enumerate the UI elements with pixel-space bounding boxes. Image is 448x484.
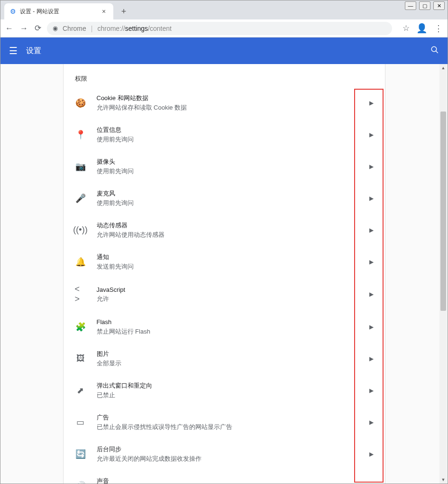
window-minimize[interactable]: — xyxy=(405,1,416,10)
chevron-right-icon: ▶ xyxy=(369,451,374,457)
row-title: 图片 xyxy=(97,349,359,359)
row-camera-icon: 📷 xyxy=(75,161,86,172)
row-subtitle: 使用前先询问 xyxy=(97,135,359,144)
browser-toolbar: ← → ⟳ ◉ Chrome | chrome://settings/conte… xyxy=(0,19,448,37)
chevron-right-icon: ▶ xyxy=(369,259,374,265)
svg-point-0 xyxy=(431,47,437,52)
row-subtitle: 使用前先询问 xyxy=(97,198,359,208)
gear-icon: ⚙ xyxy=(10,8,16,15)
row-background-sync[interactable]: 🔄后台同步允许最近关闭的网站完成数据收发操作▶ xyxy=(64,438,385,470)
row-cookies[interactable]: 🍪Cookie 和网站数据允许网站保存和读取 Cookie 数据▶ xyxy=(64,87,385,119)
chevron-right-icon: ▶ xyxy=(369,483,374,484)
row-sensors-icon: ((•)) xyxy=(75,225,86,235)
row-title: 通知 xyxy=(97,252,359,262)
row-subtitle: 允许网站保存和读取 Cookie 数据 xyxy=(97,103,359,112)
row-notifications[interactable]: 🔔通知发送前先询问▶ xyxy=(64,246,385,278)
kebab-menu-icon[interactable]: ⋮ xyxy=(434,23,443,34)
chrome-icon: ◉ xyxy=(53,25,58,32)
window-close[interactable]: ✕ xyxy=(433,1,445,10)
row-title: 声音 xyxy=(97,476,359,484)
row-sound[interactable]: 🔊声音允许网站播放声音▶ xyxy=(64,470,385,484)
row-title: 麦克风 xyxy=(97,189,359,198)
row-flash[interactable]: 🧩Flash禁止网站运行 Flash▶ xyxy=(64,311,385,343)
row-subtitle: 允许 xyxy=(97,294,359,304)
row-subtitle: 已禁止 xyxy=(97,391,359,400)
omnibox[interactable]: ◉ Chrome | chrome://settings/content xyxy=(47,22,392,35)
row-sound-icon: 🔊 xyxy=(75,481,86,484)
row-popups[interactable]: ⬈弹出式窗口和重定向已禁止▶ xyxy=(64,374,385,406)
row-title: 位置信息 xyxy=(97,125,359,135)
scroll-down-icon[interactable]: ▼ xyxy=(439,476,447,484)
hamburger-icon[interactable]: ☰ xyxy=(9,45,18,56)
settings-panel: 权限 🍪Cookie 和网站数据允许网站保存和读取 Cookie 数据▶📍位置信… xyxy=(63,64,385,484)
row-subtitle: 已禁止会展示侵扰性或误导性广告的网站显示广告 xyxy=(97,422,359,432)
close-icon[interactable]: × xyxy=(100,8,108,15)
chevron-right-icon: ▶ xyxy=(369,355,374,362)
row-title: 广告 xyxy=(97,413,359,422)
window-maximize[interactable]: ▢ xyxy=(419,1,430,10)
chevron-right-icon: ▶ xyxy=(369,131,374,138)
search-icon[interactable] xyxy=(430,46,439,56)
tab-settings[interactable]: ⚙ 设置 - 网站设置 × xyxy=(4,3,113,19)
row-subtitle: 全部显示 xyxy=(97,359,359,368)
omnibox-url: chrome://settings/content xyxy=(97,25,171,32)
omnibox-scheme-label: Chrome xyxy=(63,25,86,32)
section-permissions-label: 权限 xyxy=(64,64,385,87)
chevron-right-icon: ▶ xyxy=(369,291,374,298)
bookmark-star-icon[interactable]: ☆ xyxy=(402,23,410,33)
chevron-right-icon: ▶ xyxy=(369,387,374,394)
row-title: Flash xyxy=(97,317,359,327)
page-title: 设置 xyxy=(26,46,422,56)
row-location-icon: 📍 xyxy=(75,130,86,140)
chevron-right-icon: ▶ xyxy=(369,227,374,233)
tab-strip: ⚙ 设置 - 网站设置 × + xyxy=(0,0,448,19)
forward-button[interactable]: → xyxy=(20,24,28,33)
scrollbar[interactable]: ▲ ▼ xyxy=(439,64,447,484)
row-microphone-icon: 🎤 xyxy=(75,193,86,204)
row-title: Cookie 和网站数据 xyxy=(97,93,359,103)
row-ads[interactable]: ▭广告已禁止会展示侵扰性或误导性广告的网站显示广告▶ xyxy=(64,406,385,438)
row-title: 弹出式窗口和重定向 xyxy=(97,381,359,391)
svg-line-1 xyxy=(436,51,438,53)
reload-button[interactable]: ⟳ xyxy=(35,23,41,33)
row-cookies-icon: 🍪 xyxy=(75,98,86,108)
row-javascript-icon: < > xyxy=(75,284,86,304)
row-javascript[interactable]: < >JavaScript允许▶ xyxy=(64,278,385,311)
scroll-thumb[interactable] xyxy=(440,112,446,311)
row-flash-icon: 🧩 xyxy=(75,322,86,332)
chevron-right-icon: ▶ xyxy=(369,419,374,426)
new-tab-button[interactable]: + xyxy=(117,5,130,18)
row-subtitle: 使用前先询问 xyxy=(97,167,359,176)
row-subtitle: 禁止网站运行 Flash xyxy=(97,327,359,336)
row-images-icon: 🖼 xyxy=(75,354,86,363)
row-subtitle: 允许网站使用动态传感器 xyxy=(97,230,359,240)
back-button[interactable]: ← xyxy=(5,24,13,33)
row-ads-icon: ▭ xyxy=(75,417,86,428)
row-notifications-icon: 🔔 xyxy=(75,257,86,267)
scroll-up-icon[interactable]: ▲ xyxy=(439,64,447,72)
row-microphone[interactable]: 🎤麦克风使用前先询问▶ xyxy=(64,182,385,214)
row-popups-icon: ⬈ xyxy=(75,385,86,396)
row-title: 摄像头 xyxy=(97,157,359,167)
row-subtitle: 允许最近关闭的网站完成数据收发操作 xyxy=(97,454,359,464)
profile-icon[interactable]: 👤 xyxy=(416,23,428,34)
row-title: 后台同步 xyxy=(97,445,359,454)
row-background-sync-icon: 🔄 xyxy=(75,449,86,459)
row-subtitle: 发送前先询问 xyxy=(97,262,359,271)
settings-header: ☰ 设置 xyxy=(0,37,448,64)
tab-title: 设置 - 网站设置 xyxy=(20,8,96,16)
row-images[interactable]: 🖼图片全部显示▶ xyxy=(64,343,385,374)
row-title: JavaScript xyxy=(97,285,359,295)
row-sensors[interactable]: ((•))动态传感器允许网站使用动态传感器▶ xyxy=(64,214,385,246)
chevron-right-icon: ▶ xyxy=(369,100,374,106)
row-camera[interactable]: 📷摄像头使用前先询问▶ xyxy=(64,150,385,182)
row-title: 动态传感器 xyxy=(97,221,359,230)
chevron-right-icon: ▶ xyxy=(369,324,374,330)
row-location[interactable]: 📍位置信息使用前先询问▶ xyxy=(64,119,385,150)
chevron-right-icon: ▶ xyxy=(369,163,374,170)
chevron-right-icon: ▶ xyxy=(369,195,374,202)
